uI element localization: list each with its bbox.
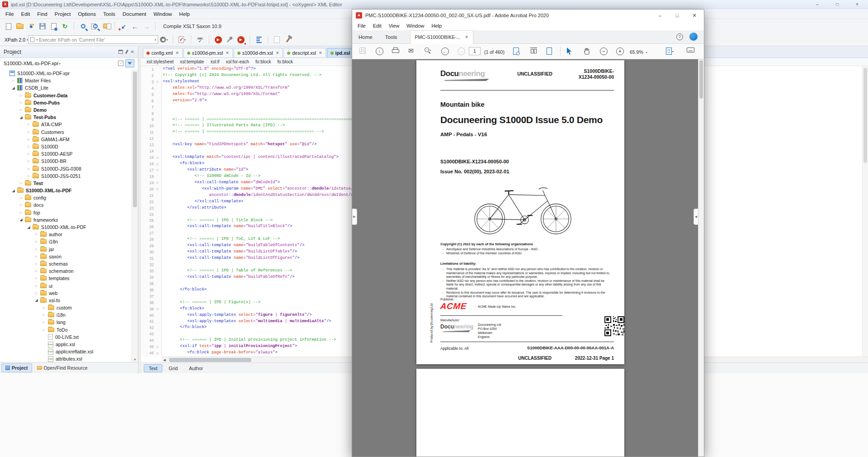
expand-icon[interactable]: ▷ bbox=[33, 255, 39, 258]
mode-tab-text[interactable]: Text bbox=[144, 364, 162, 372]
expand-icon[interactable]: ▷ bbox=[33, 291, 39, 295]
oxygen-menu-tools[interactable]: Tools bbox=[99, 10, 119, 18]
project-tree-item-config[interactable]: ▷config bbox=[0, 194, 132, 201]
spell-check-button[interactable]: ABC✓ bbox=[194, 34, 206, 45]
float-panel-icon[interactable] bbox=[118, 50, 123, 54]
breadcrumb-item[interactable]: xsl:stylesheet bbox=[146, 59, 174, 64]
debug-scenario-button[interactable]: ▶ bbox=[235, 34, 246, 45]
project-tree-item-Customers[interactable]: ▷Customers bbox=[0, 129, 132, 136]
format-indent-button[interactable] bbox=[253, 34, 264, 45]
help-icon[interactable]: ? bbox=[676, 33, 683, 40]
expand-icon[interactable]: ▷ bbox=[33, 240, 39, 243]
expand-icon[interactable]: ▷ bbox=[26, 138, 32, 141]
fit-width-button[interactable]: ▾ bbox=[666, 48, 674, 55]
expand-icon[interactable]: ▷ bbox=[26, 152, 32, 156]
expand-icon[interactable]: ▷ bbox=[18, 94, 24, 97]
acrobat-menu-edit[interactable]: Edit bbox=[369, 22, 385, 29]
project-tree-item-S1000D-XML-to-PDF.xpr[interactable]: S1000D-XML-to-PDF.xpr bbox=[0, 70, 132, 77]
project-tree-item-schemas[interactable]: ▷schemas bbox=[0, 260, 132, 267]
breadcrumb-item[interactable]: xsl:if bbox=[210, 59, 219, 64]
project-settings-button[interactable] bbox=[125, 59, 134, 67]
close-tab-icon[interactable]: ✕ bbox=[226, 51, 229, 55]
project-tree-item-S1000D-AESP[interactable]: ▷S1000D-AESP bbox=[0, 150, 132, 157]
scrollbar-thumb[interactable] bbox=[863, 68, 867, 163]
collapse-all-button[interactable]: − bbox=[118, 61, 123, 66]
print-button[interactable] bbox=[392, 48, 399, 54]
oxygen-minimize-button[interactable]: – bbox=[807, 0, 827, 9]
project-tree-item-author[interactable]: ▷author bbox=[0, 231, 132, 238]
project-tree-item-Customer-Data[interactable]: ▷Customer-Data bbox=[0, 92, 132, 99]
fold-marker-icon[interactable]: ▽ bbox=[154, 181, 161, 184]
fold-marker-icon[interactable]: ▽ bbox=[154, 187, 161, 190]
project-tree-item-frameworks[interactable]: ◢frameworks bbox=[0, 216, 132, 224]
share-button[interactable]: ↑ bbox=[376, 48, 383, 55]
collapse-icon[interactable]: ◢ bbox=[18, 218, 24, 222]
expand-icon[interactable]: ▷ bbox=[41, 306, 47, 309]
fold-marker-icon[interactable]: ▽ bbox=[154, 80, 161, 83]
fold-marker-icon[interactable]: ▽ bbox=[154, 156, 161, 159]
project-tree-item-S1000D-XML-to-PDF[interactable]: ◢S1000D-XML-to-PDF bbox=[0, 187, 132, 194]
zoom-in-button[interactable]: + bbox=[616, 48, 624, 55]
expand-icon[interactable]: ▷ bbox=[26, 167, 32, 171]
xpath-settings-button[interactable]: ▾ bbox=[158, 34, 170, 45]
acrobat-maximize-button[interactable]: □ bbox=[669, 10, 686, 21]
project-tree-item-Demo-Pubs[interactable]: ▷Demo-Pubs bbox=[0, 99, 132, 106]
project-tree-item-ui[interactable]: ▷ui bbox=[0, 282, 132, 289]
expand-icon[interactable]: ▷ bbox=[26, 130, 32, 134]
configure-transformation-button[interactable] bbox=[224, 34, 235, 45]
navigate-back-button[interactable]: ← bbox=[129, 21, 141, 32]
collapse-icon[interactable]: ◢ bbox=[10, 189, 16, 193]
breadcrumb-item[interactable]: fo:block bbox=[278, 59, 293, 64]
pin-tools-button[interactable] bbox=[283, 34, 294, 45]
panel-tab-open-find-resource[interactable]: Open/Find Resource bbox=[33, 363, 92, 372]
expand-icon[interactable]: ▷ bbox=[18, 181, 24, 185]
project-tree-item-Master Files[interactable]: ▷Master Files bbox=[0, 77, 132, 84]
editor-vertical-scrollbar[interactable] bbox=[862, 66, 868, 357]
expand-icon[interactable]: ▷ bbox=[33, 269, 39, 273]
project-tree-item-Test[interactable]: ▷Test bbox=[0, 180, 132, 187]
expand-icon[interactable]: ▷ bbox=[41, 320, 47, 324]
select-tool-button[interactable] bbox=[566, 48, 572, 55]
expand-icon[interactable]: ▷ bbox=[26, 145, 32, 148]
expand-icon[interactable]: ▷ bbox=[26, 123, 32, 126]
fold-marker-icon[interactable]: ▽ bbox=[154, 162, 161, 166]
project-tree-item-applicxreftable.xsl[interactable]: applicxreftable.xsl bbox=[0, 348, 132, 355]
editor-tab-descript.xsl[interactable]: descript.xsl✕ bbox=[283, 48, 326, 57]
find-replace-button[interactable] bbox=[77, 21, 89, 32]
navigate-forward-button[interactable]: → bbox=[141, 21, 152, 32]
xml-refactoring-button[interactable] bbox=[271, 34, 283, 45]
organize-pages-button[interactable] bbox=[530, 48, 537, 53]
expand-icon[interactable]: ▷ bbox=[33, 233, 39, 236]
expand-icon[interactable]: ▷ bbox=[26, 174, 32, 178]
project-tree[interactable]: S1000D-XML-to-PDF.xpr▷Master Files◢CSDB_… bbox=[0, 70, 132, 362]
pin-panel-icon[interactable] bbox=[125, 50, 128, 54]
expand-icon[interactable]: ▷ bbox=[18, 108, 24, 112]
oxygen-menu-project[interactable]: Project bbox=[51, 10, 75, 18]
save-to-url-button[interactable] bbox=[48, 21, 59, 32]
project-tree-item-i18n[interactable]: ▷i18n bbox=[0, 238, 132, 245]
document-area[interactable]: Docuneering UNCLASSIFIED S1000DBIKE- X12… bbox=[352, 59, 704, 457]
tab-tools[interactable]: Tools bbox=[379, 31, 404, 43]
project-tree-item-schematron[interactable]: ▷schematron bbox=[0, 267, 132, 275]
project-tree-item-S1000D-JSS-0251[interactable]: ▷S1000D-JSS-0251 bbox=[0, 172, 132, 180]
expand-icon[interactable]: ▷ bbox=[33, 248, 39, 251]
project-tree-item-jar[interactable]: ▷jar bbox=[0, 246, 132, 253]
oxygen-maximize-button[interactable]: □ bbox=[827, 0, 847, 9]
find-resource-button[interactable] bbox=[100, 21, 111, 32]
document-scrollbar[interactable] bbox=[698, 59, 704, 457]
collapse-icon[interactable]: ◢ bbox=[18, 115, 24, 119]
zoom-level-select[interactable]: 65.9%▾ bbox=[630, 49, 647, 55]
close-tab-icon[interactable]: ✕ bbox=[175, 51, 179, 55]
acrobat-close-button[interactable]: ✕ bbox=[686, 10, 703, 21]
acrobat-menu-file[interactable]: File bbox=[354, 22, 369, 29]
oxygen-menu-window[interactable]: Window bbox=[150, 10, 175, 18]
project-tree-item-applic.xsl[interactable]: applic.xsl bbox=[0, 341, 132, 348]
scrollbar-thumb[interactable] bbox=[169, 358, 251, 362]
xpath-version-selector[interactable]: XPath 2.0 bbox=[5, 37, 25, 43]
tab-document[interactable]: PMC-S1000DBIKE-... ✕ bbox=[410, 30, 474, 44]
project-tree-item-custom[interactable]: ▷custom bbox=[0, 304, 132, 311]
project-selector[interactable]: S1000D-XML-to-PDF.xpr bbox=[4, 61, 59, 66]
expand-icon[interactable]: ▷ bbox=[18, 211, 24, 214]
open-file-button[interactable] bbox=[14, 21, 25, 32]
avatar[interactable] bbox=[689, 33, 698, 41]
